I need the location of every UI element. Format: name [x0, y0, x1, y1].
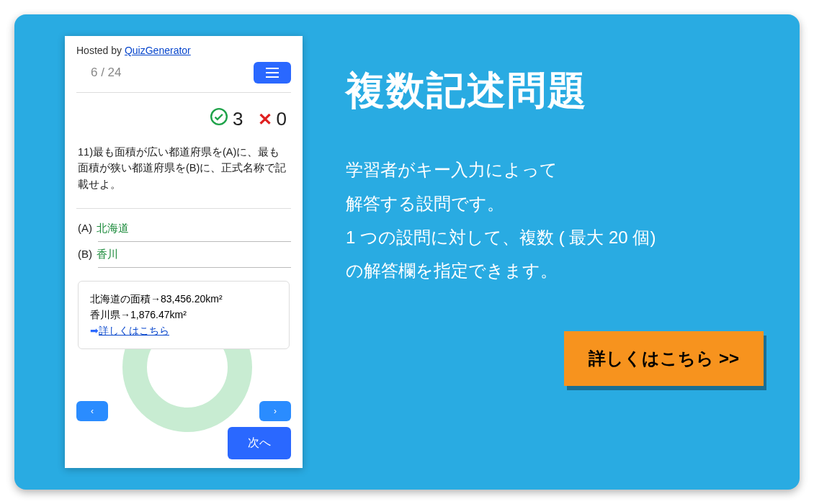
explanation-box: 北海道の面積→83,456.20km² 香川県→1,876.47km² ➡詳しく…: [78, 281, 290, 349]
arrow-right-icon: ➡: [90, 325, 99, 336]
answer-a-row: (A) 北海道: [76, 216, 291, 237]
progress-counter: 6 / 24: [91, 66, 122, 80]
answer-b-underline: [98, 267, 291, 268]
question-text: 11)最も面積が広い都道府県を(A)に、最も面積が狭い都道府県を(B)に、正式名…: [76, 144, 291, 198]
menu-button[interactable]: [254, 62, 291, 84]
explanation-line-1: 北海道の面積→83,456.20km²: [90, 292, 277, 307]
quiz-header: 6 / 24: [76, 59, 291, 88]
answer-b-label: (B): [78, 248, 92, 261]
cross-icon: ✕: [258, 109, 272, 130]
next-button[interactable]: 次へ: [228, 427, 291, 459]
promo-line-2: 解答する設問です。: [346, 187, 771, 221]
check-icon: [210, 107, 228, 131]
quiz-preview-panel: Hosted by QuizGenerator 6 / 24 3 ✕ 0 11)…: [65, 36, 303, 468]
promo-line-4: の解答欄を指定できます。: [346, 254, 771, 288]
hamburger-icon: [266, 68, 279, 78]
feature-card: Hosted by QuizGenerator 6 / 24 3 ✕ 0 11)…: [14, 14, 800, 490]
hosted-by-line: Hosted by QuizGenerator: [76, 45, 291, 56]
promo-line-3: 1 つの設問に対して、複数 ( 最大 20 個): [346, 221, 771, 255]
divider: [76, 208, 291, 209]
next-arrow-button[interactable]: ›: [259, 401, 291, 421]
hosted-by-prefix: Hosted by: [76, 45, 125, 56]
explanation-link-row: ➡詳しくはこちら: [90, 323, 277, 339]
cta-row: 詳しくはこちら >>: [346, 331, 771, 386]
explanation-link[interactable]: 詳しくはこちら: [99, 325, 169, 336]
promo-description: 学習者がキー入力によって 解答する設問です。 1 つの設問に対して、複数 ( 最…: [346, 153, 771, 288]
answer-b-row: (B) 香川: [76, 242, 291, 263]
promo-column: 複数記述問題 学習者がキー入力によって 解答する設問です。 1 つの設問に対して…: [346, 36, 771, 468]
prev-button[interactable]: ‹: [76, 401, 108, 421]
answer-a-value: 北海道: [97, 222, 129, 235]
promo-line-1: 学習者がキー入力によって: [346, 153, 771, 187]
score-wrong: 0: [277, 108, 287, 130]
promo-heading: 複数記述問題: [346, 65, 771, 117]
hosted-by-link[interactable]: QuizGenerator: [125, 45, 191, 56]
explanation-line-2: 香川県→1,876.47km²: [90, 307, 277, 323]
answer-b-value: 香川: [97, 248, 118, 261]
answer-a-label: (A): [78, 222, 92, 235]
score-correct: 3: [233, 108, 243, 130]
cta-button[interactable]: 詳しくはこちら >>: [564, 331, 764, 386]
score-row: 3 ✕ 0: [76, 97, 291, 144]
divider: [76, 92, 291, 93]
